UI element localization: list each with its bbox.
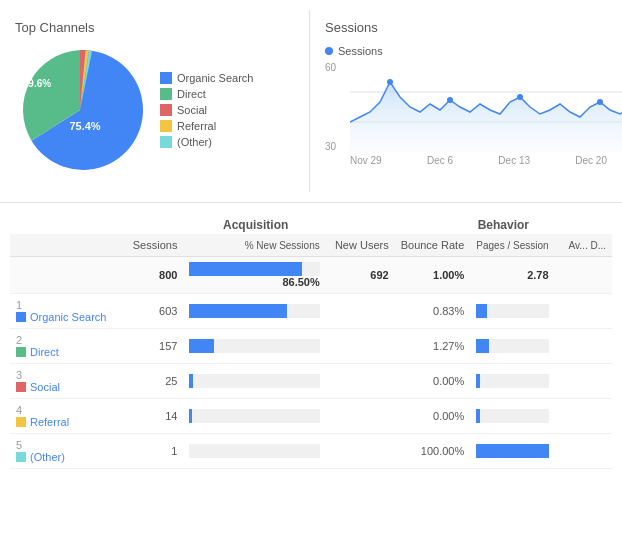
- avg-social: [555, 364, 612, 399]
- x-label-dec6: Dec 6: [427, 155, 453, 166]
- channel-link-organic[interactable]: Organic Search: [16, 311, 111, 323]
- legend-direct: Direct: [160, 88, 253, 100]
- th-channel: [10, 234, 117, 257]
- pages-bar-direct: [470, 329, 554, 364]
- legend-referral: Referral: [160, 120, 253, 132]
- sessions-legend-label: Sessions: [338, 45, 383, 57]
- total-avg-duration: [555, 257, 612, 294]
- sessions-other: 1: [117, 434, 184, 469]
- th-pct-new[interactable]: % New Sessions: [183, 234, 325, 257]
- pages-bar-referral: [470, 399, 554, 434]
- color-box-other: [16, 452, 26, 462]
- new-users-other: [326, 434, 395, 469]
- x-label-dec20: Dec 20: [575, 155, 607, 166]
- channel-link-other[interactable]: (Other): [16, 451, 111, 463]
- channel-name-organic: Organic Search: [30, 311, 106, 323]
- color-box-social: [16, 382, 26, 392]
- row-num-2: 2: [16, 334, 22, 346]
- row-num-5: 5: [16, 439, 22, 451]
- line-chart-svg: [350, 62, 622, 152]
- legend-color-referral: [160, 120, 172, 132]
- table-row: 3 Social 25 0.00%: [10, 364, 612, 399]
- legend-label-referral: Referral: [177, 120, 216, 132]
- channel-link-social[interactable]: Social: [16, 381, 111, 393]
- sessions-social: 25: [117, 364, 184, 399]
- x-label-dec13: Dec 13: [498, 155, 530, 166]
- avg-direct: [555, 329, 612, 364]
- total-sessions: 800: [117, 257, 184, 294]
- chart-y-labels: 60 30: [325, 62, 336, 152]
- pct-new-bar-referral: [183, 399, 325, 434]
- channel-cell-1: 1 Organic Search: [10, 294, 117, 329]
- svg-point-6: [517, 94, 523, 100]
- bounce-other: 100.00%: [395, 434, 471, 469]
- bounce-social: 0.00%: [395, 364, 471, 399]
- th-avg-duration[interactable]: Av... D...: [555, 234, 612, 257]
- svg-point-4: [387, 79, 393, 85]
- channel-name-direct: Direct: [30, 346, 59, 358]
- channel-link-referral[interactable]: Referral: [16, 416, 111, 428]
- legend-organic-search: Organic Search: [160, 72, 253, 84]
- pie-legend: Organic Search Direct Social Referral (O…: [160, 72, 253, 148]
- legend-color-other: [160, 136, 172, 148]
- column-headers-row: Sessions % New Sessions New Users Bounce…: [10, 234, 612, 257]
- pages-bar-other: [470, 434, 554, 469]
- total-pages-session: 2.78: [470, 257, 554, 294]
- total-pct-new-value: 86.50%: [189, 276, 319, 288]
- legend-other: (Other): [160, 136, 253, 148]
- th-new-users[interactable]: New Users: [326, 234, 395, 257]
- svg-point-7: [597, 99, 603, 105]
- channel-link-direct[interactable]: Direct: [16, 346, 111, 358]
- y-label-60: 60: [325, 62, 336, 73]
- channel-cell-5: 5 (Other): [10, 434, 117, 469]
- th-bounce-rate[interactable]: Bounce Rate: [395, 234, 471, 257]
- row-num-4: 4: [16, 404, 22, 416]
- row-num-1: 1: [16, 299, 22, 311]
- pct-new-bar-direct: [183, 329, 325, 364]
- channel-name-other: (Other): [30, 451, 65, 463]
- pct-new-bar-organic: [183, 294, 325, 329]
- channel-name-social: Social: [30, 381, 60, 393]
- avg-organic: [555, 294, 612, 329]
- top-channels-panel: Top Channels 75.4% 19.6% Orga: [0, 10, 310, 192]
- y-label-30: 30: [325, 141, 336, 152]
- table-row: 4 Referral 14 0.00%: [10, 399, 612, 434]
- new-users-organic: [326, 294, 395, 329]
- empty-header: [10, 213, 117, 234]
- channel-name-referral: Referral: [30, 416, 69, 428]
- pct-new-bar-other: [183, 434, 325, 469]
- header-group-row: Acquisition Behavior: [10, 213, 612, 234]
- sessions-chart: 60 30: [325, 62, 607, 182]
- legend-color-social: [160, 104, 172, 116]
- row-num-3: 3: [16, 369, 22, 381]
- color-box-referral: [16, 417, 26, 427]
- total-label: [10, 257, 117, 294]
- sessions-dot-icon: [325, 47, 333, 55]
- total-row: 800 86.50% 692 1.00% 2.78: [10, 257, 612, 294]
- pages-bar-organic: [470, 294, 554, 329]
- pct-new-bar-social: [183, 364, 325, 399]
- total-bounce-rate: 1.00%: [395, 257, 471, 294]
- analytics-table: Acquisition Behavior Sessions % New Sess…: [10, 213, 612, 469]
- sessions-legend: Sessions: [325, 45, 607, 57]
- table-row: 1 Organic Search 603 0.83%: [10, 294, 612, 329]
- new-users-direct: [326, 329, 395, 364]
- top-channels-title: Top Channels: [15, 20, 294, 35]
- sessions-direct: 157: [117, 329, 184, 364]
- svg-text:75.4%: 75.4%: [69, 120, 100, 132]
- avg-referral: [555, 399, 612, 434]
- th-sessions[interactable]: Sessions: [117, 234, 184, 257]
- total-new-users: 692: [326, 257, 395, 294]
- legend-label-social: Social: [177, 104, 207, 116]
- sessions-organic: 603: [117, 294, 184, 329]
- table-row: 2 Direct 157 1.27%: [10, 329, 612, 364]
- legend-color-organic: [160, 72, 172, 84]
- avg-other: [555, 434, 612, 469]
- sessions-title: Sessions: [325, 20, 607, 35]
- acquisition-group-header: Acquisition: [117, 213, 395, 234]
- sessions-referral: 14: [117, 399, 184, 434]
- th-pages-session[interactable]: Pages / Session: [470, 234, 554, 257]
- behavior-group-header: Behavior: [395, 213, 612, 234]
- pages-bar-social: [470, 364, 554, 399]
- bounce-referral: 0.00%: [395, 399, 471, 434]
